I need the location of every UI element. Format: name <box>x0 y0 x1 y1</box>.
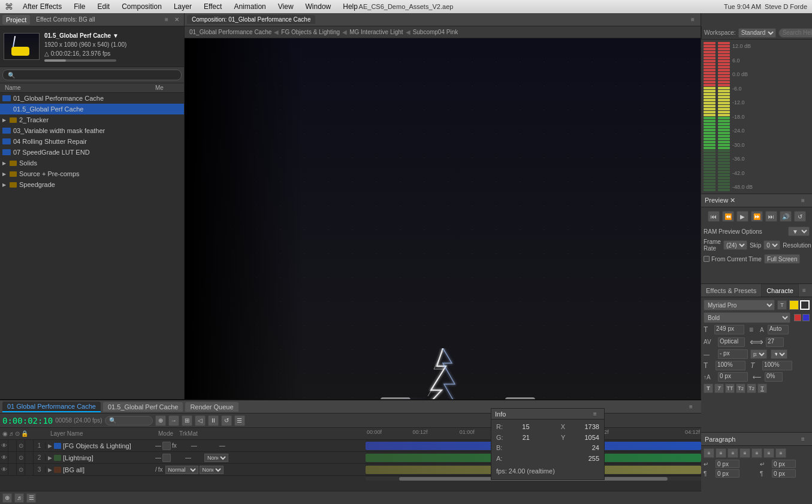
timeline-tab-3[interactable]: Render Queue <box>185 402 238 412</box>
tl-bottom-btn-3[interactable]: ☰ <box>26 493 36 503</box>
menu-window[interactable]: Window <box>303 1 334 12</box>
leading-extra-dropdown[interactable]: ▼ <box>771 349 787 359</box>
list-item[interactable]: 01_Global Performance Cache <box>0 93 184 104</box>
layer-trkmat-dropdown-3[interactable]: None <box>200 466 224 474</box>
ram-preview-dropdown[interactable]: ▼ <box>788 227 810 236</box>
layer-lock-1[interactable] <box>25 440 34 451</box>
go-to-start-btn[interactable]: ⏮ <box>708 211 720 222</box>
align-center-btn[interactable]: ≡ <box>716 448 726 458</box>
panel-close-icon[interactable]: ✕ <box>174 16 182 23</box>
layer-solo-2[interactable]: ⊙ <box>17 452 25 463</box>
tl-tool-4[interactable]: ◁ <box>195 415 206 426</box>
tsume-field[interactable]: 0% <box>765 372 783 382</box>
go-to-end-btn[interactable]: ⏭ <box>765 211 777 222</box>
layer-audio-1[interactable] <box>8 440 17 451</box>
format-superscript-btn[interactable]: T2 <box>747 384 756 393</box>
timeline-search-input[interactable] <box>105 416 153 425</box>
leading-unit-dropdown[interactable]: px <box>750 349 767 359</box>
format-bold-btn[interactable]: T <box>704 384 713 393</box>
layer-audio-2[interactable] <box>8 452 17 463</box>
list-item[interactable]: ▶ Speedgrade <box>0 179 184 190</box>
tab-project[interactable]: Project <box>2 15 30 25</box>
list-item[interactable]: 07 SpeedGrade LUT END <box>0 147 184 158</box>
menu-file[interactable]: File <box>71 1 87 12</box>
breadcrumb-2[interactable]: FG Objects & Lighting <box>281 29 340 35</box>
justify-center-btn[interactable]: ≡ <box>751 448 762 458</box>
leading-field[interactable]: Auto <box>768 325 789 334</box>
menu-composition[interactable]: Composition <box>119 1 164 12</box>
play-btn[interactable]: ▶ <box>736 211 748 222</box>
menu-effect[interactable]: Effect <box>201 1 224 12</box>
align-left-btn[interactable]: ≡ <box>704 448 714 458</box>
prev-frame-btn[interactable]: ⏪ <box>722 211 734 222</box>
layer-visibility-3[interactable]: 👁 <box>0 464 8 475</box>
layer-expand-2[interactable]: ▶ <box>46 455 54 461</box>
format-caps-btn[interactable]: TT <box>725 384 735 393</box>
effects-panel-menu-icon[interactable]: ≡ <box>802 287 810 294</box>
tracking-type-field[interactable]: Optical <box>718 337 745 347</box>
tl-tool-6[interactable]: ↺ <box>221 415 232 426</box>
tl-tool-1[interactable]: ⊕ <box>155 415 166 426</box>
format-small-caps-btn[interactable]: T2 <box>736 384 745 393</box>
menu-view[interactable]: View <box>276 1 296 12</box>
layer-visibility-1[interactable]: 👁 <box>0 440 8 451</box>
layer-motion-blur-1[interactable] <box>162 442 171 450</box>
tab-effect-controls[interactable]: Effect Controls: BG all <box>32 15 98 24</box>
layer-motion-blur-2[interactable] <box>162 454 171 462</box>
timeline-current-time[interactable]: 0:00:02:10 <box>2 416 53 425</box>
tl-bottom-btn-1[interactable]: ⊕ <box>2 493 12 503</box>
format-italic-btn[interactable]: T <box>714 384 724 393</box>
panel-menu-icon[interactable]: ≡ <box>165 16 172 23</box>
layer-trkmat-dropdown-2[interactable]: None <box>204 454 228 462</box>
timeline-panel-menu-icon[interactable]: ≡ <box>689 403 696 411</box>
fill-color-swatch[interactable] <box>789 300 799 310</box>
scale-h-field[interactable]: 100% <box>716 361 745 370</box>
tab-character[interactable]: Characte <box>762 284 799 297</box>
audio-btn[interactable]: 🔊 <box>780 211 792 222</box>
justify-all-btn[interactable]: ≡ <box>775 448 786 458</box>
leading-px-field[interactable]: - px <box>718 349 748 359</box>
breadcrumb-1[interactable]: 01_Global Performance Cache <box>189 29 271 35</box>
align-right-btn[interactable]: ≡ <box>728 448 738 458</box>
next-frame-btn[interactable]: ⏩ <box>751 211 763 222</box>
scale-v-field[interactable]: 100% <box>762 361 792 370</box>
tl-tool-5[interactable]: ⏸ <box>208 415 219 426</box>
tl-bottom-btn-2[interactable]: ♬ <box>14 493 24 503</box>
layer-expand-3[interactable]: ▶ <box>46 467 54 473</box>
left-indent-input[interactable] <box>716 460 739 468</box>
font-style-dropdown[interactable]: Bold <box>704 312 790 323</box>
space-before-input[interactable] <box>716 469 739 478</box>
format-underline-btn[interactable]: T <box>757 384 767 393</box>
project-search-input[interactable] <box>2 70 182 80</box>
paragraph-panel-menu-icon[interactable]: ≡ <box>801 436 808 443</box>
right-indent-input[interactable] <box>772 460 796 468</box>
space-after-input[interactable] <box>772 469 796 478</box>
layer-audio-3[interactable] <box>8 464 17 475</box>
layer-solo-1[interactable]: ⊙ <box>17 440 25 451</box>
baseline-field[interactable]: 0 px <box>718 372 748 382</box>
list-item[interactable]: ▶ 2_Tracker <box>0 114 184 125</box>
breadcrumb-3[interactable]: MG Interactive Light <box>349 29 403 35</box>
menu-aftereffects[interactable]: After Effects <box>20 1 64 12</box>
list-item[interactable]: 03_Variable width mask feather <box>0 125 184 136</box>
frame-rate-dropdown[interactable]: (24) <box>723 240 747 250</box>
loop-btn[interactable]: ↺ <box>794 211 806 222</box>
tl-tool-3[interactable]: ⊞ <box>182 415 192 426</box>
tracking-val-field[interactable]: 27 <box>766 337 784 347</box>
menu-help[interactable]: Help <box>340 1 360 12</box>
list-item[interactable]: 01.5_Global Perf Cache <box>0 104 184 114</box>
from-current-checkbox-label[interactable]: From Current Time <box>704 256 762 262</box>
search-help-input[interactable] <box>778 28 812 38</box>
layer-lock-3[interactable] <box>25 464 34 475</box>
tl-tool-7[interactable]: ☰ <box>234 415 245 426</box>
breadcrumb-4[interactable]: Subcomp04 Pink <box>413 29 458 35</box>
timeline-tab-1[interactable]: 01 Global Performance Cache <box>2 402 101 412</box>
preview-panel-menu-icon[interactable]: ≡ <box>801 197 808 204</box>
font-size-field[interactable]: 249 px <box>714 325 744 334</box>
tab-effects-presets[interactable]: Effects & Presets <box>701 284 762 297</box>
layer-expand-1[interactable]: ▶ <box>46 443 54 449</box>
justify-right-btn[interactable]: ≡ <box>763 448 774 458</box>
menu-edit[interactable]: Edit <box>95 1 112 12</box>
menu-animation[interactable]: Animation <box>231 1 268 12</box>
list-item[interactable]: ▶ Source + Pre-comps <box>0 168 184 179</box>
